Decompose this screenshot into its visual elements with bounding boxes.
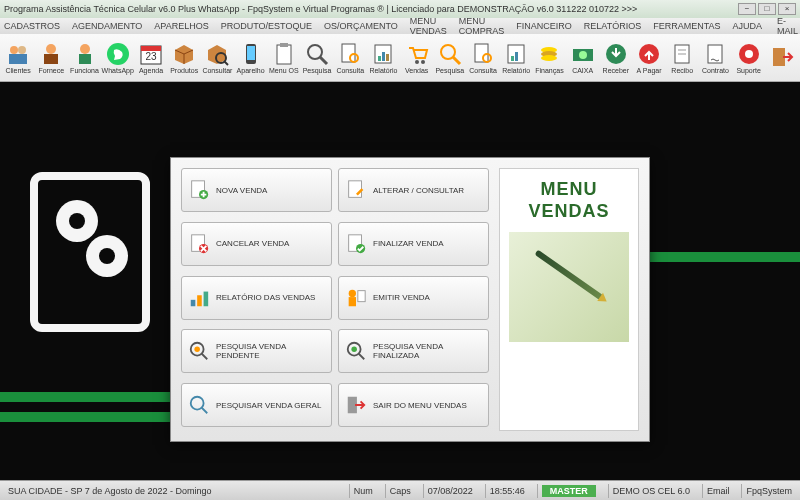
tb-receber[interactable]: Receber [600,36,632,80]
background-decoration [30,172,170,372]
tb-vendas[interactable]: Vendas [401,36,433,80]
menu-os[interactable]: OS/ORÇAMENTO [324,21,398,31]
svg-rect-30 [475,44,488,62]
menu-vendas[interactable]: MENU VENDAS [410,16,447,36]
receipt-icon [670,42,694,66]
person-doc-icon [345,287,367,309]
status-email[interactable]: Email [702,484,734,498]
svg-rect-24 [382,52,385,61]
tb-funciona[interactable]: Funciona [68,36,100,80]
gear-icon [56,200,98,242]
receive-icon [604,42,628,66]
svg-rect-23 [378,56,381,61]
finalizar-venda-button[interactable]: FINALIZAR VENDA [338,222,489,266]
tb-contrato[interactable]: Contrato [699,36,731,80]
status-time: 18:55:46 [485,484,529,498]
sair-menu-button[interactable]: SAIR DO MENU VENDAS [338,383,489,427]
svg-rect-17 [280,43,288,47]
svg-point-59 [349,289,356,296]
svg-point-27 [421,60,425,64]
tb-relatorio2[interactable]: Relatório [500,36,532,80]
cash-icon [571,42,595,66]
search-box-icon [205,42,229,66]
tb-caixa[interactable]: CAIXA [567,36,599,80]
menu-ajuda[interactable]: AJUDA [733,21,763,31]
supplier-icon [39,42,63,66]
svg-rect-25 [386,54,389,61]
pesquisa-pendente-button[interactable]: PESQUISA VENDA PENDENTE [181,329,332,373]
exit-icon [770,45,794,69]
nova-venda-button[interactable]: NOVA VENDA [181,168,332,212]
menu-aparelhos[interactable]: APARELHOS [154,21,208,31]
svg-rect-5 [44,54,58,64]
svg-point-1 [10,46,18,54]
menu-relatorios[interactable]: RELATÓRIOS [584,21,641,31]
svg-rect-34 [515,52,518,61]
relatorio-vendas-button[interactable]: RELATÓRIO DAS VENDAS [181,276,332,320]
alterar-consultar-button[interactable]: ALTERAR / CONSULTAR [338,168,489,212]
tb-exit[interactable] [766,36,798,80]
report-icon [371,42,395,66]
svg-rect-16 [277,45,291,64]
search-all-icon [188,394,210,416]
toolbar: Clientes Fornece Funciona WhatsApp 23Age… [0,34,800,82]
box-icon [172,42,196,66]
tb-consulta2[interactable]: Consulta [467,36,499,80]
tb-pesquisa1[interactable]: Pesquisa [301,36,333,80]
menu-vendas-dialog: NOVA VENDA ALTERAR / CONSULTAR CANCELAR … [170,157,650,442]
tb-financas[interactable]: Finanças [533,36,565,80]
tb-produtos[interactable]: Produtos [168,36,200,80]
tb-clientes[interactable]: Clientes [2,36,34,80]
gear-icon [86,235,128,277]
tb-menuos[interactable]: Menu OS [268,36,300,80]
tb-recibo[interactable]: Recibo [666,36,698,80]
pen-graphic [535,250,604,301]
tb-consulta1[interactable]: Consulta [334,36,366,80]
close-button[interactable]: × [778,3,796,15]
tb-suporte[interactable]: Suporte [733,36,765,80]
menu-produto[interactable]: PRODUTO/ESTOQUE [221,21,312,31]
svg-point-64 [194,347,200,353]
svg-line-66 [359,354,365,360]
dialog-image [509,232,629,342]
menu-financeiro[interactable]: FINANCEIRO [516,21,572,31]
menu-ferramentas[interactable]: FERRAMENTAS [653,21,720,31]
menu-compras[interactable]: MENU COMPRAS [459,16,505,36]
tb-apagar[interactable]: A Pagar [633,36,665,80]
emitir-venda-button[interactable]: EMITIR VENDA [338,276,489,320]
whatsapp-icon [106,42,130,66]
menu-email[interactable]: E-MAIL [774,16,798,36]
svg-rect-58 [204,291,209,306]
contract-icon [703,42,727,66]
svg-line-19 [320,57,327,64]
status-location: SUA CIDADE - SP 7 de Agosto de 2022 - Do… [4,484,341,498]
svg-rect-33 [511,56,514,61]
svg-rect-61 [358,290,365,301]
pay-icon [637,42,661,66]
clipboard-icon [272,42,296,66]
menu-agendamento[interactable]: AGENDAMENTO [72,21,142,31]
tb-agenda[interactable]: 23Agenda [135,36,167,80]
svg-rect-3 [9,54,27,64]
menu-cadastros[interactable]: CADASTROS [4,21,60,31]
tb-whatsapp[interactable]: WhatsApp [102,36,134,80]
maximize-button[interactable]: □ [758,3,776,15]
svg-line-63 [202,354,208,360]
report-icon [504,42,528,66]
tb-pesquisa2[interactable]: Pesquisa [434,36,466,80]
tb-consultar1[interactable]: Consultar [201,36,233,80]
svg-rect-56 [191,299,196,305]
tb-fornece[interactable]: Fornece [35,36,67,80]
svg-point-68 [191,397,204,410]
doc-search-icon [338,42,362,66]
cancelar-venda-button[interactable]: CANCELAR VENDA [181,222,332,266]
svg-point-4 [46,44,56,54]
tb-aparelho[interactable]: Aparelho [235,36,267,80]
minimize-button[interactable]: − [738,3,756,15]
pesquisa-finalizada-button[interactable]: PESQUISA VENDA FINALIZADA [338,329,489,373]
window-title: Programa Assistência Técnica Celular v6.… [4,4,738,14]
tb-relatorio1[interactable]: Relatório [367,36,399,80]
pesquisar-geral-button[interactable]: PESQUISAR VENDA GERAL [181,383,332,427]
add-doc-icon [188,179,210,201]
support-icon [737,42,761,66]
